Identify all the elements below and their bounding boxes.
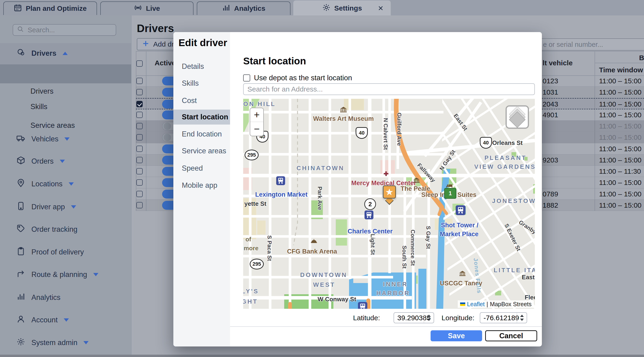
leaflet-link[interactable]: Leaflet: [467, 301, 485, 308]
sidebar-item-route-planning[interactable]: Route & planning: [16, 268, 98, 282]
row-select-checkbox[interactable]: [136, 191, 143, 197]
cell-time-window: 11:00 – 15:00: [599, 200, 642, 211]
chevron-down-icon: [69, 182, 74, 186]
toggle-knob: [164, 134, 171, 141]
sidebar-item-label: System admin: [32, 339, 77, 347]
longitude-stepper[interactable]: [517, 313, 527, 323]
star-marker-icon[interactable]: ★: [383, 185, 396, 199]
cancel-button[interactable]: Cancel: [485, 330, 537, 341]
stepper-up-icon[interactable]: [427, 315, 431, 317]
arena-icon: [311, 239, 317, 244]
attribution-provider: MapBox Streets: [490, 301, 532, 308]
row-select-checkbox[interactable]: [136, 146, 143, 152]
tab-analytics[interactable]: Analytics: [197, 1, 290, 15]
sidebar-item-system-admin[interactable]: System admin: [16, 336, 88, 350]
stepper-down-icon[interactable]: [427, 319, 431, 321]
modal-nav-details[interactable]: Details: [173, 59, 230, 74]
sidebar-search-input[interactable]: Search...: [13, 24, 116, 36]
route-shield: 295: [244, 150, 259, 160]
gear-icon: [16, 337, 25, 348]
sidebar-item-analytics[interactable]: Analytics: [16, 291, 60, 305]
longitude-value: -76.612189: [484, 313, 519, 323]
select-all-checkbox[interactable]: [136, 60, 143, 67]
chevron-down-icon: [60, 160, 65, 163]
stepper-down-icon[interactable]: [520, 319, 524, 321]
zoom-in-button[interactable]: +: [250, 108, 263, 122]
gear-icon: [322, 3, 330, 13]
longitude-label: Longitude:: [434, 312, 474, 323]
row-select-checkbox[interactable]: [136, 89, 143, 95]
row-select-checkbox[interactable]: [136, 202, 143, 208]
map-layers-button[interactable]: [506, 105, 529, 129]
modal-nav-speed[interactable]: Speed: [173, 161, 230, 176]
address-search-input[interactable]: [243, 83, 535, 95]
sidebar-item-driver-app[interactable]: Driver app: [16, 200, 76, 214]
column-header-time-window[interactable]: Time window: [599, 66, 643, 74]
app-window: Plan and Optimize Live Analytics Setting…: [0, 0, 644, 357]
row-select-checkbox[interactable]: [136, 78, 143, 84]
route-shield: 2: [364, 198, 376, 210]
ukraine-flag-icon: [460, 303, 465, 306]
zoom-out-button[interactable]: −: [250, 122, 263, 136]
modal-nav-mobile-app[interactable]: Mobile app: [173, 178, 230, 193]
modal-nav-service-areas[interactable]: Service areas: [173, 143, 230, 158]
row-select-checkbox[interactable]: [136, 112, 143, 118]
sidebar: Search... Drivers Drivers Skills Service…: [0, 15, 131, 357]
modal-footer-divider: [230, 326, 542, 327]
sidebar-item-locations[interactable]: Locations: [16, 177, 74, 191]
modal-nav-cost[interactable]: Cost: [173, 93, 230, 108]
row-select-checkbox[interactable]: [136, 168, 143, 174]
row-select-checkbox[interactable]: [136, 179, 143, 186]
cell-default-vehicle: 1031: [542, 87, 558, 98]
longitude-input[interactable]: -76.612189: [480, 312, 527, 323]
table-filter-input[interactable]: e or serial number...: [536, 38, 644, 50]
column-header-breaks[interactable]: B: [639, 54, 644, 62]
attribution-separator: |: [486, 301, 488, 308]
save-button[interactable]: Save: [430, 330, 482, 341]
cell-default-vehicle: 4901: [542, 109, 558, 121]
stepper-up-icon[interactable]: [520, 315, 524, 317]
tab-live[interactable]: Live: [100, 1, 194, 15]
sidebar-item-vehicles[interactable]: Vehicles: [16, 132, 70, 146]
sidebar-item-orders[interactable]: Orders: [16, 154, 65, 168]
sidebar-item-skills[interactable]: Skills: [30, 102, 47, 111]
map-label: N Calvert St: [382, 118, 389, 150]
use-depot-checkbox[interactable]: [243, 74, 250, 81]
column-header-default-vehicle[interactable]: lt vehicle: [542, 59, 572, 67]
sidebar-item-drivers[interactable]: Drivers: [30, 87, 54, 95]
row-select-checkbox[interactable]: [136, 123, 143, 129]
modal-nav-skills[interactable]: Skills: [173, 76, 230, 91]
map[interactable]: ON HILLWalters Art MuseumCHINATOWNMercy …: [243, 99, 535, 309]
modal-nav-end-location[interactable]: End location: [173, 127, 230, 142]
latitude-input[interactable]: 39.290385: [394, 312, 434, 323]
row-select-checkbox[interactable]: [136, 101, 143, 107]
map-label: Easte: [522, 274, 535, 281]
search-placeholder: Search...: [28, 26, 55, 34]
calendar-icon: [14, 3, 22, 13]
row-select-checkbox[interactable]: [136, 157, 143, 163]
sidebar-divider: [131, 15, 132, 357]
map-label: VIEW GARDENS: [474, 163, 535, 170]
modal-nav-start-location[interactable]: Start location: [173, 110, 230, 125]
sidebar-item-account[interactable]: Account: [16, 313, 69, 327]
chevron-down-icon: [93, 273, 98, 276]
use-depot-label: Use depot as the start location: [254, 74, 352, 82]
map-label: LY'S: [243, 288, 259, 295]
sidebar-item-drivers-section[interactable]: Drivers: [16, 46, 68, 60]
sidebar-item-label: Order tracking: [32, 225, 77, 234]
metro-station-icon: [456, 205, 466, 216]
map-label: S Paca St: [266, 235, 273, 261]
bar-chart-icon: [222, 3, 230, 13]
close-tab-icon[interactable]: [377, 5, 384, 13]
map-label: DOWNTOWN: [300, 271, 347, 279]
cell-time-window: 11:00 – 15:00: [599, 98, 642, 110]
map-label: ON HILL: [244, 100, 276, 108]
row-select-checkbox[interactable]: [136, 134, 143, 140]
tab-settings[interactable]: Settings: [293, 0, 391, 15]
sidebar-item-order-tracking[interactable]: Order tracking: [16, 222, 77, 236]
latitude-stepper[interactable]: [424, 313, 434, 323]
sidebar-item-service-areas[interactable]: Service areas: [30, 121, 75, 130]
tab-plan-and-optimize[interactable]: Plan and Optimize: [3, 1, 97, 15]
sidebar-item-proof-of-delivery[interactable]: Proof of delivery: [16, 245, 84, 259]
chevron-down-icon: [71, 205, 76, 209]
